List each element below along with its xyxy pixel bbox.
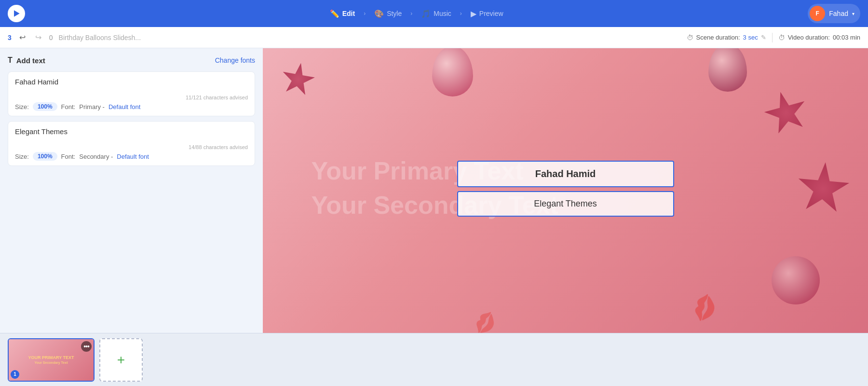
primary-font-type: Primary -	[79, 103, 105, 110]
secondary-text-card: 14/88 characters advised Size: 100% Font…	[8, 121, 255, 166]
primary-char-count: 11/121 characters advised	[15, 95, 248, 100]
secondary-size-badge[interactable]: 100%	[33, 152, 57, 161]
svg-marker-0	[14, 10, 20, 16]
primary-size-badge[interactable]: 100%	[33, 102, 57, 111]
scene-menu-button[interactable]: •••	[81, 341, 92, 352]
panel-title-label: Add text	[16, 56, 45, 65]
undo-button[interactable]: ↩	[17, 31, 27, 44]
secondary-font-name[interactable]: Default font	[117, 153, 149, 160]
app-logo[interactable]	[8, 5, 25, 22]
film-scene-1[interactable]: YOUR PRIMARY TEXT Your Secondary Text 1 …	[8, 338, 95, 382]
avatar: F	[810, 6, 825, 21]
primary-text-meta: 11/121 characters advised Size: 100% Fon…	[8, 92, 255, 116]
user-menu[interactable]: F Fahad ▾	[808, 4, 860, 23]
nav-step-edit-label: Edit	[342, 10, 355, 17]
nav-step-preview[interactable]: ▶ Preview	[462, 6, 512, 21]
scene-badge: 1	[11, 370, 19, 379]
deco-star-3	[795, 160, 852, 217]
scene-duration: ⏱ Scene duration: 3 sec ✎	[687, 34, 766, 41]
edit-duration-icon[interactable]: ✎	[761, 34, 766, 41]
film-text-secondary: Your Secondary Text	[35, 361, 68, 364]
primary-text-input[interactable]	[8, 72, 255, 92]
plus-icon: +	[117, 352, 125, 368]
left-panel: T Add text Change fonts 11/121 character…	[0, 48, 263, 333]
timer-icon: ⏱	[778, 34, 785, 41]
main-layout: T Add text Change fonts 11/121 character…	[0, 48, 868, 333]
primary-font-label: Font:	[61, 103, 76, 110]
music-icon: 🎵	[421, 9, 431, 18]
more-icon: •••	[83, 343, 89, 350]
text-icon: T	[8, 56, 13, 65]
secondary-size-label: Size:	[15, 153, 29, 160]
deco-star-2	[759, 86, 812, 139]
style-icon: 🎨	[374, 9, 384, 18]
nav-step-edit[interactable]: ✏️ Edit	[321, 6, 364, 21]
secondary-text-meta: 14/88 characters advised Size: 100% Font…	[8, 141, 255, 165]
clock-icon: ⏱	[687, 34, 693, 41]
overlay-secondary-text: Elegant Themes	[534, 199, 597, 208]
primary-size-label: Size:	[15, 103, 29, 110]
toolbar-separator	[772, 33, 773, 42]
user-name: Fahad	[829, 10, 848, 17]
primary-text-card: 11/121 characters advised Size: 100% Fon…	[8, 71, 255, 116]
filmstrip: YOUR PRIMARY TEXT Your Secondary Text 1 …	[0, 333, 868, 386]
film-text-primary: YOUR PRIMARY TEXT	[28, 355, 74, 360]
secondary-font-type: Secondary -	[79, 153, 113, 160]
avatar-initials: F	[816, 10, 819, 17]
panel-header: T Add text Change fonts	[8, 56, 255, 65]
add-scene-button[interactable]: +	[99, 338, 143, 382]
deco-lips: 💋	[689, 291, 721, 323]
deco-balloon-1	[432, 48, 473, 96]
canvas-area: 💋 💋 Your Primary Text Your Secondary Tex…	[263, 48, 868, 333]
deco-balloon-2	[708, 48, 747, 92]
deco-circle-1	[772, 256, 820, 304]
share-count: 0	[49, 34, 53, 41]
secondary-font-label: Font:	[61, 153, 76, 160]
scene-duration-label: Scene duration:	[696, 34, 740, 41]
scene-duration-value: 3 sec	[743, 34, 758, 41]
toolbar: 3 ↩ ↪ 0 Birthday Balloons Slidesh... ⏱ S…	[0, 27, 868, 48]
deco-star-1	[278, 60, 317, 99]
secondary-meta-row: Size: 100% Font: Secondary - Default fon…	[15, 152, 149, 161]
overlay-primary-text: Fahad Hamid	[535, 168, 596, 179]
nav-steps: ✏️ Edit › 🎨 Style › 🎵 Music › ▶ Preview	[321, 6, 512, 21]
nav-step-preview-label: Preview	[479, 10, 503, 17]
secondary-text-overlay[interactable]: Elegant Themes	[457, 191, 674, 217]
video-duration: ⏱ Video duration: 00:03 min	[778, 34, 860, 41]
top-navigation: ✏️ Edit › 🎨 Style › 🎵 Music › ▶ Preview …	[0, 0, 868, 27]
chevron-down-icon: ▾	[852, 11, 854, 16]
deco-lips-2: 💋	[473, 311, 498, 333]
secondary-text-input[interactable]	[8, 122, 255, 141]
scene-number: 3	[8, 34, 12, 41]
edit-icon: ✏️	[330, 9, 339, 18]
change-fonts-button[interactable]: Change fonts	[215, 56, 255, 64]
nav-step-music-label: Music	[434, 10, 451, 17]
primary-font-name[interactable]: Default font	[108, 103, 141, 110]
preview-icon: ▶	[471, 9, 476, 18]
nav-step-music[interactable]: 🎵 Music	[412, 6, 460, 21]
nav-step-style-label: Style	[387, 10, 402, 17]
primary-meta-row: Size: 100% Font: Primary - Default font	[15, 102, 140, 111]
video-duration-value: 00:03 min	[833, 34, 860, 41]
forward-icon: ↪	[33, 31, 43, 44]
video-duration-label: Video duration:	[788, 34, 830, 41]
panel-title: T Add text	[8, 56, 45, 65]
primary-text-overlay[interactable]: Fahad Hamid	[457, 161, 674, 187]
text-overlay-area: Fahad Hamid Elegant Themes	[457, 161, 674, 221]
canvas-background: 💋 💋 Your Primary Text Your Secondary Tex…	[263, 48, 868, 333]
nav-step-style[interactable]: 🎨 Style	[366, 6, 410, 21]
project-title: Birthday Balloons Slidesh...	[59, 34, 681, 41]
secondary-char-count: 14/88 characters advised	[15, 144, 248, 150]
